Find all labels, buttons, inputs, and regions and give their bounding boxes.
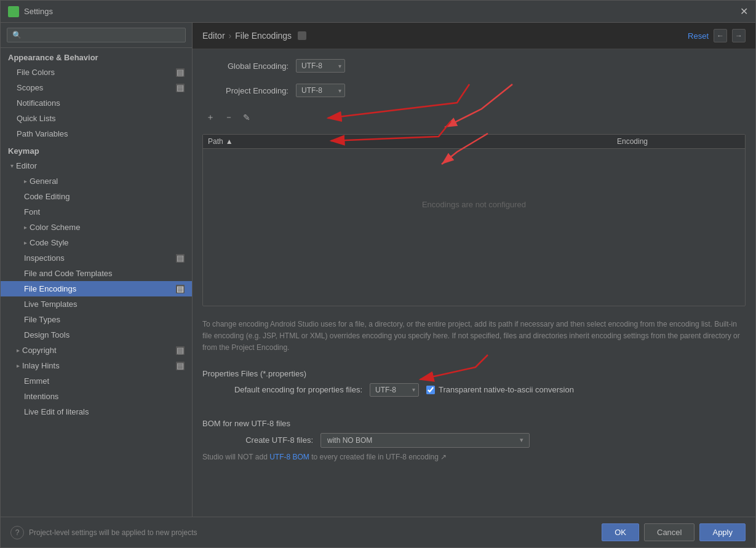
table-empty-message: Encodings are not configured — [203, 149, 745, 260]
sidebar-item-label: Live Templates — [24, 300, 77, 309]
sidebar-item-label: Font — [24, 207, 40, 216]
breadcrumb: Editor › File Encodings — [202, 31, 688, 41]
chevron-down-icon: ▾ — [10, 162, 14, 169]
edit-button[interactable]: ✎ — [239, 111, 254, 124]
chevron-right-icon: ▸ — [24, 224, 27, 231]
sidebar-item-label: Scopes — [17, 83, 43, 92]
sidebar-item-file-colors[interactable]: File Colors ▤ — [1, 65, 192, 80]
default-encoding-select[interactable]: UTF-8 — [370, 383, 419, 397]
add-button[interactable]: ＋ — [202, 111, 218, 124]
sidebar-item-label: Intentions — [24, 392, 58, 401]
back-button[interactable]: ← — [714, 29, 727, 42]
project-encoding-select[interactable]: UTF-8 — [296, 84, 345, 97]
create-utf8-row: Create UTF-8 files: with NO BOM with BOM — [202, 433, 746, 448]
chevron-right-icon: ▸ — [24, 178, 27, 185]
sidebar-item-label: Notifications — [17, 98, 60, 108]
bom-note: Studio will NOT add UTF-8 BOM to every c… — [202, 453, 746, 461]
create-utf8-label: Create UTF-8 files: — [202, 435, 313, 445]
badge-icon: ▤ — [176, 285, 185, 293]
sidebar-item-scopes[interactable]: Scopes ▤ — [1, 80, 192, 95]
sidebar-item-editor[interactable]: ▾ Editor — [1, 158, 192, 173]
sidebar-item-intentions[interactable]: Intentions — [1, 389, 192, 404]
footer-info-text: Project-level settings will be applied t… — [29, 528, 597, 537]
breadcrumb-parent: Editor — [202, 31, 225, 41]
project-encoding-row: Project Encoding: UTF-8 — [202, 84, 746, 97]
sidebar-item-label: Copyright — [22, 346, 57, 355]
chevron-right-icon: ▸ — [24, 239, 27, 246]
sidebar-item-path-variables[interactable]: Path Variables — [1, 126, 192, 141]
sidebar-item-label: File and Code Templates — [24, 269, 113, 278]
sidebar-item-inlay-hints[interactable]: ▸ Inlay Hints ▤ — [1, 358, 192, 373]
sidebar-item-emmet[interactable]: Emmet — [1, 373, 192, 389]
header-actions: Reset ← → — [688, 29, 746, 42]
global-encoding-select[interactable]: UTF-8 — [296, 59, 345, 73]
sidebar-item-label: General — [30, 177, 58, 186]
info-text: To change encoding Android Studio uses f… — [202, 319, 746, 354]
badge-icon: ▤ — [176, 68, 185, 77]
sidebar-item-inspections[interactable]: Inspections ▤ — [1, 250, 192, 266]
close-button[interactable]: ✕ — [740, 6, 748, 17]
apply-button[interactable]: Apply — [699, 523, 746, 541]
transparent-conversion-label: Transparent native-to-ascii conversion — [426, 385, 574, 394]
project-encoding-select-wrapper: UTF-8 — [296, 84, 345, 97]
reset-button[interactable]: Reset — [688, 31, 709, 41]
search-input[interactable] — [7, 28, 186, 42]
settings-icon — [298, 31, 306, 40]
sidebar-item-live-templates[interactable]: Live Templates — [1, 296, 192, 312]
panel-body: Global Encoding: UTF-8 Project Encoding:… — [193, 49, 755, 517]
default-encoding-select-wrapper: UTF-8 — [370, 383, 419, 397]
sidebar-item-label: File Encodings — [24, 284, 76, 293]
help-button[interactable]: ? — [10, 526, 24, 539]
toolbar: ＋ － ✎ — [202, 111, 746, 124]
transparent-conversion-checkbox[interactable] — [426, 386, 435, 394]
sidebar-item-label: Path Variables — [17, 129, 68, 138]
window-title: Settings — [24, 7, 53, 16]
sidebar: Appearance & Behavior File Colors ▤ Scop… — [1, 23, 193, 517]
cancel-button[interactable]: Cancel — [644, 523, 694, 541]
encodings-table: Path ▲ Encoding Encodings are not config… — [202, 134, 746, 306]
sidebar-item-code-editing[interactable]: Code Editing — [1, 189, 192, 204]
breadcrumb-current: File Encodings — [235, 31, 292, 41]
sidebar-item-color-scheme[interactable]: ▸ Color Scheme — [1, 220, 192, 235]
sidebar-item-general[interactable]: ▸ General — [1, 173, 192, 189]
panel-header: Editor › File Encodings Reset ← → — [193, 23, 755, 49]
path-column-header: Path ▲ — [208, 137, 617, 146]
sidebar-item-copyright[interactable]: ▸ Copyright ▤ — [1, 343, 192, 358]
ok-button[interactable]: OK — [602, 523, 639, 541]
settings-window: Settings ✕ Appearance & Behavior File Co… — [0, 0, 756, 548]
bom-section: BOM for new UTF-8 files Create UTF-8 fil… — [202, 414, 746, 461]
sidebar-item-label: File Colors — [17, 68, 55, 77]
create-utf8-select[interactable]: with NO BOM with BOM — [320, 433, 530, 448]
sidebar-item-label: Editor — [16, 161, 37, 170]
sidebar-item-file-encodings[interactable]: File Encodings ▤ — [1, 281, 192, 296]
sidebar-item-label: Color Scheme — [30, 223, 80, 232]
bom-link[interactable]: UTF-8 BOM — [269, 453, 309, 461]
footer: ? Project-level settings will be applied… — [1, 517, 755, 547]
sidebar-item-design-tools[interactable]: Design Tools — [1, 327, 192, 343]
properties-section-title: Properties Files (*.properties) — [202, 369, 746, 378]
sidebar-item-code-style[interactable]: ▸ Code Style — [1, 235, 192, 250]
sidebar-item-live-edit[interactable]: Live Edit of literals — [1, 404, 192, 419]
breadcrumb-separator: › — [229, 31, 232, 41]
main-content: Appearance & Behavior File Colors ▤ Scop… — [1, 23, 755, 517]
global-encoding-select-wrapper: UTF-8 — [296, 59, 345, 73]
sidebar-item-file-code-templates[interactable]: File and Code Templates — [1, 266, 192, 281]
title-bar: Settings ✕ — [1, 1, 755, 23]
sidebar-item-notifications[interactable]: Notifications — [1, 95, 192, 111]
sidebar-item-font[interactable]: Font — [1, 204, 192, 220]
encoding-column-header: Encoding — [617, 137, 740, 146]
sidebar-item-quick-lists[interactable]: Quick Lists — [1, 111, 192, 126]
badge-icon: ▤ — [176, 84, 185, 92]
right-panel: Editor › File Encodings Reset ← → Global… — [193, 23, 755, 517]
sidebar-item-label: Inspections — [24, 253, 65, 263]
project-encoding-label: Project Encoding: — [202, 86, 288, 95]
default-encoding-label: Default encoding for properties files: — [202, 385, 362, 394]
sidebar-item-file-types[interactable]: File Types — [1, 312, 192, 327]
chevron-right-icon: ▸ — [17, 362, 20, 369]
bom-select-wrapper: with NO BOM with BOM — [320, 433, 530, 448]
sidebar-item-label: Code Style — [30, 238, 69, 247]
remove-button[interactable]: － — [221, 111, 237, 124]
sidebar-section-keymap: Keymap — [1, 141, 192, 158]
sort-icon: ▲ — [226, 137, 233, 146]
forward-button[interactable]: → — [732, 29, 746, 42]
